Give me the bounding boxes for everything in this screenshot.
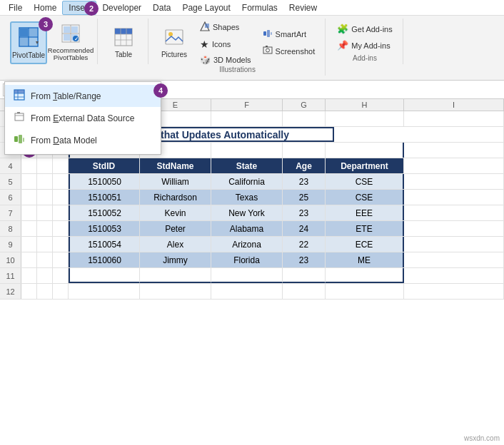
col-header-i[interactable]: I xyxy=(404,99,504,111)
cell-f3[interactable] xyxy=(211,143,283,158)
screenshot-button[interactable]: Screenshot xyxy=(258,44,320,60)
col-header-g[interactable]: G xyxy=(283,99,326,111)
svg-rect-29 xyxy=(271,32,272,35)
cell-stdid-6[interactable]: 1510051 xyxy=(69,190,140,205)
svg-text:✓: ✓ xyxy=(74,36,79,41)
menu-developer[interactable]: Developer xyxy=(96,1,147,14)
table-group: Table xyxy=(99,19,148,64)
from-data-model-item[interactable]: From Data Model xyxy=(5,129,161,151)
cell-stdname-5[interactable]: William xyxy=(140,174,211,189)
smartart-button[interactable]: SmartArt xyxy=(258,26,320,43)
pivottable-dropdown: 4 From Table/Range Fr xyxy=(4,81,161,155)
cell-stdname-7[interactable]: Kevin xyxy=(140,205,211,220)
get-addins-button[interactable]: 🧩 Get Add-ins xyxy=(333,21,396,36)
smartart-icon xyxy=(263,29,273,41)
col-header-h[interactable]: H xyxy=(326,99,404,111)
cell-stdid-10[interactable]: 1510060 xyxy=(69,252,140,267)
from-table-range-item[interactable]: From Table/Range xyxy=(5,85,161,107)
pictures-label: Pictures xyxy=(161,51,187,58)
cell-state-6[interactable]: Texas xyxy=(211,190,283,205)
row-11: 11 xyxy=(0,268,504,284)
table-button[interactable]: Table xyxy=(105,21,142,64)
cell-dept-7[interactable]: EEE xyxy=(326,205,404,220)
row-5: 5 1510050 William California 23 CSE xyxy=(0,174,504,190)
cell-stdid-9[interactable]: 1510054 xyxy=(69,237,140,252)
cell-h1[interactable] xyxy=(326,111,404,126)
cell-stdname-8[interactable]: Peter xyxy=(140,221,211,236)
cell-b4[interactable] xyxy=(37,158,53,173)
cell-g1[interactable] xyxy=(283,111,326,126)
row-10: 10 1510060 Jimmy Florida 23 ME xyxy=(0,252,504,268)
header-state[interactable]: State xyxy=(211,158,283,173)
from-data-model-label: From Data Model xyxy=(31,135,97,145)
cell-age-8[interactable]: 24 xyxy=(283,221,326,236)
cell-stdname-9[interactable]: Alex xyxy=(140,237,211,252)
cell-stdid-7[interactable]: 1510052 xyxy=(69,205,140,220)
pictures-icon xyxy=(165,28,183,49)
pivottable-icon xyxy=(19,27,39,50)
menu-review[interactable]: Review xyxy=(283,1,323,14)
recommended-pivottables-button[interactable]: ✓ RecommendedPivotTables xyxy=(50,21,91,64)
row-num-8: 8 xyxy=(0,221,21,236)
menu-data[interactable]: Data xyxy=(147,1,176,14)
menu-formulas[interactable]: Formulas xyxy=(236,1,283,14)
cell-g3[interactable] xyxy=(283,143,326,158)
cell-age-9[interactable]: 22 xyxy=(283,237,326,252)
menu-page-layout[interactable]: Page Layout xyxy=(176,1,236,14)
menu-home[interactable]: Home xyxy=(28,1,62,14)
cell-age-7[interactable]: 23 xyxy=(283,205,326,220)
header-stdname[interactable]: StdName xyxy=(140,158,211,173)
row-8: 8 1510053 Peter Alabama 24 ETE xyxy=(0,221,504,237)
cell-stdname-10[interactable]: Jimmy xyxy=(140,252,211,267)
cell-state-8[interactable]: Alabama xyxy=(211,221,283,236)
add-ins-group: 🧩 Get Add-ins 📌 My Add-ins Add-ins xyxy=(327,19,403,64)
step4-badge: 4 xyxy=(153,83,168,98)
svg-rect-42 xyxy=(19,135,22,143)
my-addins-icon: 📌 xyxy=(337,40,348,51)
pictures-button[interactable]: Pictures xyxy=(156,21,193,64)
my-addins-button[interactable]: 📌 My Add-ins xyxy=(333,38,396,53)
cell-age-6[interactable]: 25 xyxy=(283,190,326,205)
cell-age-10[interactable]: 23 xyxy=(283,252,326,267)
cell-i1[interactable] xyxy=(404,111,504,126)
step2-badge: 2 xyxy=(84,1,99,16)
header-age[interactable]: Age xyxy=(283,158,326,173)
cell-i3[interactable] xyxy=(404,143,504,158)
col-header-f[interactable]: F xyxy=(211,99,283,111)
cell-h3[interactable] xyxy=(326,143,404,158)
cell-state-5[interactable]: California xyxy=(211,174,283,189)
svg-rect-9 xyxy=(64,26,70,33)
cell-c4[interactable] xyxy=(53,158,69,173)
from-external-source-item[interactable]: From External Data Source xyxy=(5,107,161,129)
from-external-icon xyxy=(14,111,25,125)
illustrations-small-buttons2: SmartArt Screenshot xyxy=(258,21,320,64)
cell-i2[interactable] xyxy=(334,127,504,142)
cell-f1[interactable] xyxy=(211,111,283,126)
get-addins-icon: 🧩 xyxy=(337,24,348,34)
cell-i4[interactable] xyxy=(404,158,504,173)
icons-button[interactable]: ★ Icons xyxy=(196,36,256,52)
watermark: wsxdn.com xyxy=(464,434,500,442)
cell-dept-5[interactable]: CSE xyxy=(326,174,404,189)
cell-stdid-8[interactable]: 1510053 xyxy=(69,221,140,236)
svg-rect-38 xyxy=(15,113,24,121)
cell-state-9[interactable]: Arizona xyxy=(211,237,283,252)
cell-state-10[interactable]: Florida xyxy=(211,252,283,267)
header-dept[interactable]: Department xyxy=(326,158,404,173)
cell-dept-6[interactable]: CSE xyxy=(326,190,404,205)
cell-dept-9[interactable]: ECE xyxy=(326,237,404,252)
cell-age-5[interactable]: 23 xyxy=(283,174,326,189)
cell-stdname-6[interactable]: Richardson xyxy=(140,190,211,205)
menu-file[interactable]: File xyxy=(3,1,28,14)
row-7: 7 1510052 Kevin New York 23 EEE xyxy=(0,205,504,221)
cell-stdid-5[interactable]: 1510050 xyxy=(69,174,140,189)
cell-dept-10[interactable]: ME xyxy=(326,252,404,267)
row-6: 6 1510051 Richardson Texas 25 CSE xyxy=(0,190,504,205)
header-stdid[interactable]: StdID xyxy=(69,158,140,173)
cell-dept-8[interactable]: ETE xyxy=(326,221,404,236)
illustrations-small-buttons: Shapes ★ Icons 🎲 3D Models xyxy=(196,21,256,64)
svg-point-24 xyxy=(168,32,173,36)
cell-state-7[interactable]: New York xyxy=(211,205,283,220)
cell-a4[interactable] xyxy=(21,158,37,173)
shapes-button[interactable]: Shapes xyxy=(196,19,256,36)
